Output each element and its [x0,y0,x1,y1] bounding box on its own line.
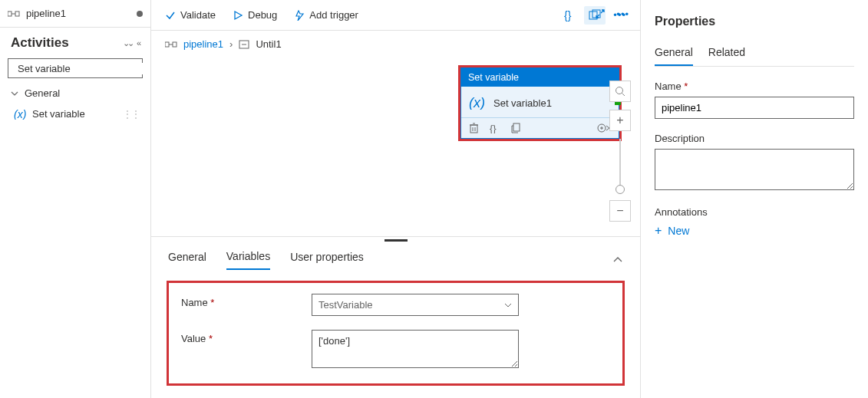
activity-group-general[interactable]: General [0,83,150,104]
add-trigger-button[interactable]: Add trigger [294,9,358,21]
variable-value-input[interactable] [312,330,519,368]
collapse-icon[interactable]: ⌄⌄ [123,38,132,48]
pipeline-name-input[interactable] [655,97,854,119]
svg-rect-0 [8,12,12,16]
pipeline-icon [165,39,177,50]
prop-name-label: Name * [655,81,854,92]
breadcrumb: pipeline1 › Until1 [151,31,640,58]
until-icon [239,40,249,49]
zoom-slider[interactable] [619,139,621,192]
debug-button[interactable]: Debug [233,9,277,21]
copy-icon[interactable] [511,123,521,133]
variable-icon: (x) [469,96,487,110]
zoom-thumb[interactable] [616,185,625,194]
editor-tab[interactable]: pipeline1 [0,0,150,28]
value-label: Value * [181,330,312,344]
search-icon [615,86,625,97]
pipeline-icon [8,8,20,19]
variable-name-select[interactable]: TestVariable [312,294,519,316]
check-icon [165,10,176,21]
chevron-down-icon [504,303,512,308]
pipeline-desc-input[interactable] [655,149,854,190]
zoom-fit-button[interactable] [609,81,631,102]
highlighted-form: Name * TestVariable Value * [167,281,625,386]
panel-resize-handle[interactable] [151,236,640,244]
activity-search[interactable] [8,58,143,78]
trigger-icon [294,10,305,21]
svg-text:{}: {} [564,9,572,21]
svg-rect-10 [173,42,177,47]
more-icon[interactable]: ••• [616,8,629,20]
select-value: TestVariable [318,299,373,311]
highlighted-node: Set variable (x) Set variable1 {} [458,65,622,141]
svg-rect-1 [15,12,19,16]
activity-label: Set variable [32,108,85,120]
svg-rect-9 [165,42,169,47]
properties-title: Properties [655,15,715,28]
svg-line-26 [622,94,625,97]
unsaved-indicator [137,11,143,17]
breadcrumb-child: Until1 [256,38,281,50]
prop-tab-general[interactable]: General [655,46,693,66]
activity-set-variable[interactable]: (x) Set variable ⋮⋮ [0,104,150,124]
drag-grip-icon: ⋮⋮ [123,109,140,120]
tab-user-properties[interactable]: User properties [290,251,364,269]
tab-general[interactable]: General [168,251,206,269]
search-input[interactable] [18,63,147,74]
expand-icon[interactable] [595,8,606,19]
hide-panel-icon[interactable]: « [137,38,140,48]
activity-node[interactable]: Set variable (x) Set variable1 {} [460,67,619,139]
add-annotation-button[interactable]: + New [655,224,854,238]
breadcrumb-root[interactable]: pipeline1 [183,38,223,50]
svg-text:{}: {} [490,123,497,133]
svg-point-25 [616,87,623,94]
variable-icon: (x) [14,109,28,120]
zoom-out-button[interactable]: − [609,200,631,222]
prop-ann-label: Annotations [655,206,854,218]
activities-title: Activities [11,35,118,51]
node-name: Set variable1 [493,97,552,109]
collapse-bottom-panel[interactable] [612,256,623,264]
validate-button[interactable]: Validate [165,9,216,21]
node-type: Set variable [461,68,619,87]
prop-desc-label: Description [655,133,854,144]
delete-icon[interactable] [469,123,479,133]
svg-rect-21 [513,123,520,131]
code-icon[interactable]: {} [564,9,576,21]
prop-tab-related[interactable]: Related [708,46,745,66]
tab-title: pipeline1 [26,8,66,19]
svg-text:(x): (x) [469,96,485,110]
code-icon[interactable]: {} [490,123,500,133]
breadcrumb-sep: › [229,38,233,50]
tab-variables[interactable]: Variables [226,250,270,270]
svg-rect-15 [470,125,477,133]
name-label: Name * [181,294,312,308]
play-icon [233,10,243,21]
svg-text:(x): (x) [14,109,26,120]
zoom-in-button[interactable]: + [609,110,631,131]
chevron-down-icon [11,90,18,97]
group-label: General [25,87,60,99]
pipeline-canvas[interactable]: Set variable (x) Set variable1 {} [151,58,640,236]
